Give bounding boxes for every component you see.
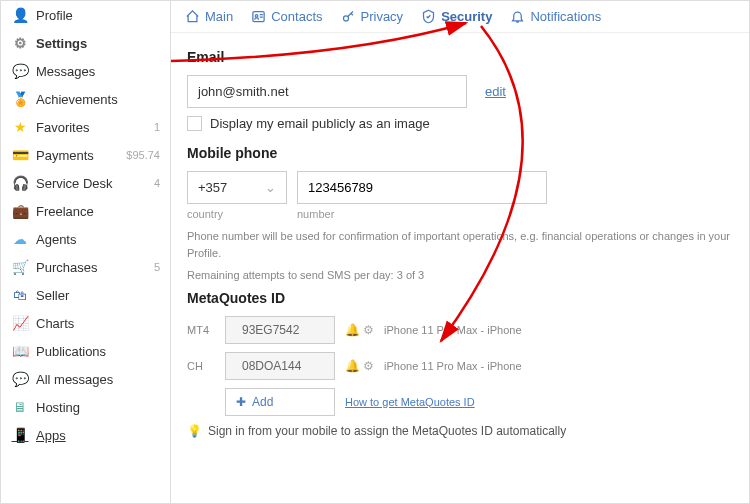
mqid-device: iPhone 11 Pro Max - iPhone bbox=[384, 360, 522, 372]
key-icon bbox=[341, 9, 356, 24]
sidebar-icon: 🛍 bbox=[11, 286, 29, 304]
sidebar-icon: 💳 bbox=[11, 146, 29, 164]
sidebar-item-label: Service Desk bbox=[36, 176, 154, 191]
tab-main[interactable]: Main bbox=[185, 9, 233, 24]
sidebar-icon: 💬 bbox=[11, 62, 29, 80]
sidebar-item-payments[interactable]: 💳Payments$95.74 bbox=[1, 141, 170, 169]
sidebar-item-label: All messages bbox=[36, 372, 160, 387]
tab-security[interactable]: Security bbox=[421, 9, 492, 24]
country-value: +357 bbox=[198, 180, 227, 195]
sidebar-icon: 💬 bbox=[11, 370, 29, 388]
sidebar-item-label: Apps bbox=[36, 428, 160, 443]
shield-icon bbox=[421, 9, 436, 24]
chevron-down-icon: ⌄ bbox=[265, 180, 276, 195]
mqid-device: iPhone 11 Pro Max - iPhone bbox=[384, 324, 522, 336]
phone-attempts-text: Remaining attempts to send SMS per day: … bbox=[187, 267, 733, 284]
gear-icon[interactable]: ⚙ bbox=[363, 359, 374, 373]
country-select[interactable]: +357 ⌄ bbox=[187, 171, 287, 204]
sidebar-icon: 📈 bbox=[11, 314, 29, 332]
sidebar-icon: 🛒 bbox=[11, 258, 29, 276]
sidebar-item-settings[interactable]: ⚙Settings bbox=[1, 29, 170, 57]
contacts-icon bbox=[251, 9, 266, 24]
sidebar-badge: $95.74 bbox=[126, 149, 160, 161]
phone-number-input[interactable] bbox=[297, 171, 547, 204]
sidebar-item-label: Profile bbox=[36, 8, 160, 23]
sidebar-icon: 📱 bbox=[11, 426, 29, 444]
country-sublabel: country bbox=[187, 208, 287, 220]
tab-contacts[interactable]: Contacts bbox=[251, 9, 322, 24]
mqid-tip: Sign in from your mobile to assign the M… bbox=[208, 424, 566, 438]
bell-icon bbox=[510, 9, 525, 24]
email-value: john@smith.net bbox=[187, 75, 467, 108]
sidebar-item-all-messages[interactable]: 💬All messages bbox=[1, 365, 170, 393]
tab-label: Security bbox=[441, 9, 492, 24]
tab-label: Notifications bbox=[530, 9, 601, 24]
tabs-bar: MainContactsPrivacySecurityNotifications bbox=[171, 1, 749, 33]
sidebar-item-publications[interactable]: 📖Publications bbox=[1, 337, 170, 365]
sidebar-item-agents[interactable]: ☁Agents bbox=[1, 225, 170, 253]
mqid-row-label: CH bbox=[187, 360, 215, 372]
sidebar-item-messages[interactable]: 💬Messages bbox=[1, 57, 170, 85]
sidebar-icon: 🖥 bbox=[11, 398, 29, 416]
tab-privacy[interactable]: Privacy bbox=[341, 9, 404, 24]
content-area: Email john@smith.net edit Display my ema… bbox=[171, 33, 749, 503]
sidebar-item-achievements[interactable]: 🏅Achievements bbox=[1, 85, 170, 113]
sidebar-item-label: Hosting bbox=[36, 400, 160, 415]
mqid-code: 08DOA144 bbox=[242, 359, 301, 373]
mqid-code-box[interactable]: 08DOA144 bbox=[225, 352, 335, 380]
tab-label: Privacy bbox=[361, 9, 404, 24]
sidebar-item-service-desk[interactable]: 🎧Service Desk4 bbox=[1, 169, 170, 197]
sidebar-item-freelance[interactable]: 💼Freelance bbox=[1, 197, 170, 225]
tab-label: Main bbox=[205, 9, 233, 24]
phone-help-text: Phone number will be used for confirmati… bbox=[187, 228, 733, 261]
mqid-row-label: MT4 bbox=[187, 324, 215, 336]
sidebar-item-apps[interactable]: 📱Apps bbox=[1, 421, 170, 449]
sidebar-badge: 4 bbox=[154, 177, 160, 189]
mqid-row: CH08DOA144🔔⚙iPhone 11 Pro Max - iPhone bbox=[187, 352, 733, 380]
sidebar-icon: ⚙ bbox=[11, 34, 29, 52]
sidebar-item-label: Charts bbox=[36, 316, 160, 331]
tab-notifications[interactable]: Notifications bbox=[510, 9, 601, 24]
sidebar: 👤Profile⚙Settings💬Messages🏅Achievements★… bbox=[1, 1, 171, 503]
bell-icon[interactable]: 🔔 bbox=[345, 359, 360, 373]
mqid-how-link[interactable]: How to get MetaQuotes ID bbox=[345, 396, 475, 408]
email-edit-link[interactable]: edit bbox=[485, 84, 506, 99]
sidebar-item-label: Agents bbox=[36, 232, 160, 247]
sidebar-item-hosting[interactable]: 🖥Hosting bbox=[1, 393, 170, 421]
sidebar-item-purchases[interactable]: 🛒Purchases5 bbox=[1, 253, 170, 281]
phone-heading: Mobile phone bbox=[187, 145, 733, 161]
sidebar-item-label: Seller bbox=[36, 288, 160, 303]
main-panel: MainContactsPrivacySecurityNotifications… bbox=[171, 1, 749, 503]
number-sublabel: number bbox=[297, 208, 334, 220]
home-icon bbox=[185, 9, 200, 24]
mqid-code-box[interactable]: 93EG7542 bbox=[225, 316, 335, 344]
bell-icon[interactable]: 🔔 bbox=[345, 323, 360, 337]
email-public-label: Display my email publicly as an image bbox=[210, 116, 430, 131]
sidebar-item-label: Purchases bbox=[36, 260, 154, 275]
sidebar-item-favorites[interactable]: ★Favorites1 bbox=[1, 113, 170, 141]
mqid-heading: MetaQuotes ID bbox=[187, 290, 733, 306]
email-heading: Email bbox=[187, 49, 733, 65]
mqid-code: 93EG7542 bbox=[242, 323, 299, 337]
mqid-add-button[interactable]: ✚ Add bbox=[225, 388, 335, 416]
plus-icon: ✚ bbox=[236, 395, 246, 409]
sidebar-icon: 🏅 bbox=[11, 90, 29, 108]
sidebar-icon: 📖 bbox=[11, 342, 29, 360]
svg-point-2 bbox=[343, 16, 348, 21]
sidebar-item-label: Achievements bbox=[36, 92, 160, 107]
sidebar-icon: 🎧 bbox=[11, 174, 29, 192]
sidebar-item-seller[interactable]: 🛍Seller bbox=[1, 281, 170, 309]
mqid-row: MT493EG7542🔔⚙iPhone 11 Pro Max - iPhone bbox=[187, 316, 733, 344]
sidebar-badge: 5 bbox=[154, 261, 160, 273]
sidebar-item-profile[interactable]: 👤Profile bbox=[1, 1, 170, 29]
tab-label: Contacts bbox=[271, 9, 322, 24]
sidebar-item-label: Favorites bbox=[36, 120, 154, 135]
sidebar-item-label: Messages bbox=[36, 64, 160, 79]
sidebar-item-label: Settings bbox=[36, 36, 160, 51]
sidebar-item-charts[interactable]: 📈Charts bbox=[1, 309, 170, 337]
sidebar-icon: 👤 bbox=[11, 6, 29, 24]
gear-icon[interactable]: ⚙ bbox=[363, 323, 374, 337]
email-public-checkbox[interactable] bbox=[187, 116, 202, 131]
mqid-add-label: Add bbox=[252, 395, 273, 409]
sidebar-icon: ★ bbox=[11, 118, 29, 136]
